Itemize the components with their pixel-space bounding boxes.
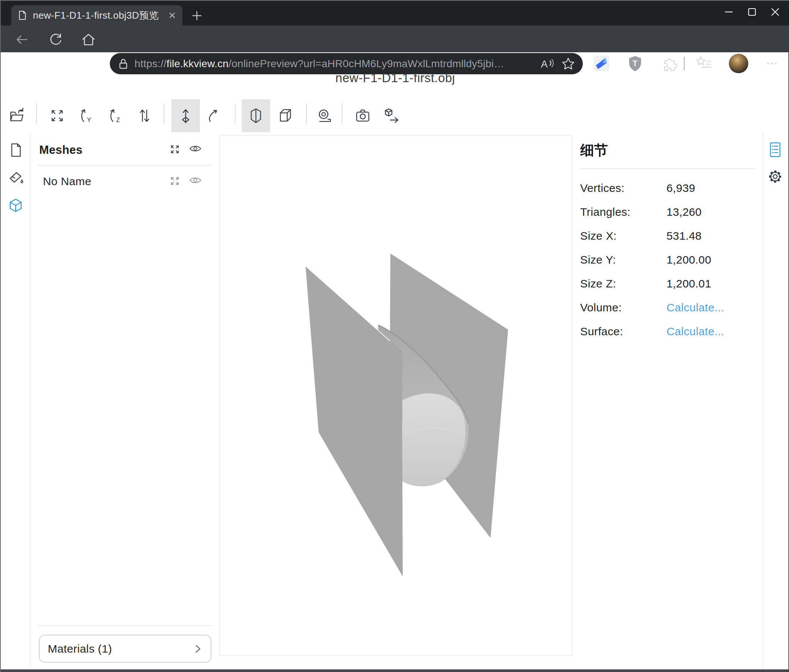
file-panel-icon[interactable] bbox=[7, 142, 24, 158]
svg-text:T: T bbox=[632, 59, 638, 68]
details-list-icon[interactable] bbox=[767, 141, 783, 158]
lock-icon[interactable] bbox=[117, 57, 129, 70]
shaded-view-button[interactable] bbox=[242, 99, 270, 132]
toolbar-divider bbox=[306, 104, 307, 124]
chevron-right-icon bbox=[193, 644, 203, 654]
detail-label: Size X: bbox=[580, 229, 617, 242]
meshes-fit-all-icon[interactable] bbox=[168, 143, 182, 156]
3d-model-render bbox=[220, 135, 572, 656]
detail-row-size-z: Size Z: 1,200.01 bbox=[580, 277, 756, 294]
minimize-button[interactable] bbox=[717, 1, 740, 23]
toolbar-divider bbox=[164, 104, 165, 124]
meshes-visibility-eye-icon[interactable] bbox=[188, 142, 202, 155]
detail-label: Vertices: bbox=[580, 182, 624, 194]
calculate-surface-link[interactable]: Calculate... bbox=[666, 325, 724, 338]
meshes-panel-icon[interactable] bbox=[7, 197, 24, 213]
read-aloud-icon[interactable]: A bbox=[539, 56, 554, 71]
tab-close-icon[interactable] bbox=[168, 11, 176, 19]
materials-button[interactable]: Materials (1) bbox=[39, 635, 211, 662]
navigation-bar: https://file.kkview.cn/onlinePreview?url… bbox=[1, 25, 789, 52]
svg-text:Y: Y bbox=[87, 116, 91, 123]
open-file-button[interactable] bbox=[5, 99, 30, 132]
rotate-z-button[interactable]: Z bbox=[104, 99, 128, 132]
screenshot-camera-button[interactable] bbox=[350, 99, 375, 132]
detail-label: Triangles: bbox=[580, 206, 631, 218]
home-icon[interactable] bbox=[80, 31, 97, 48]
toolbar-divider bbox=[342, 104, 342, 124]
measure-button[interactable] bbox=[313, 99, 338, 132]
toolbar-separator bbox=[684, 57, 684, 70]
maximize-button[interactable] bbox=[740, 1, 763, 23]
detail-value: 13,260 bbox=[666, 206, 701, 218]
url-text: https://file.kkview.cn/onlinePreview?url… bbox=[134, 58, 532, 70]
right-icon-strip bbox=[762, 132, 789, 672]
url-domain: file.kkview.cn bbox=[167, 58, 228, 69]
page-title: new-F1-D1-1-first.obj bbox=[1, 71, 789, 85]
refresh-icon[interactable] bbox=[48, 31, 64, 48]
detail-label: Surface: bbox=[580, 325, 623, 338]
toolbar-divider bbox=[36, 104, 37, 124]
meshes-header: Meshes bbox=[39, 143, 83, 157]
tab-favicon-document-icon bbox=[17, 10, 28, 21]
model-left-plane bbox=[306, 267, 403, 576]
extension-kite-icon[interactable] bbox=[593, 54, 610, 72]
detail-row-vertices: Vertices: 6,939 bbox=[580, 182, 756, 198]
back-icon[interactable] bbox=[14, 31, 30, 48]
materials-panel-icon[interactable] bbox=[7, 169, 24, 186]
mesh-visibility-eye-icon[interactable] bbox=[188, 174, 202, 187]
detail-row-triangles: Triangles: 13,260 bbox=[580, 206, 756, 222]
panel-divider bbox=[38, 165, 212, 166]
window-bottom-edge bbox=[1, 669, 789, 672]
svg-text:Z: Z bbox=[116, 116, 120, 123]
url-path: /onlinePreview?url=aHR0cHM6Ly9maWxlLmtrd… bbox=[228, 58, 504, 69]
browser-tab[interactable]: new-F1-D1-1-first.obj3D预览 bbox=[11, 5, 182, 25]
extension-shield-icon[interactable]: T bbox=[626, 54, 644, 72]
export-model-button[interactable] bbox=[380, 99, 404, 132]
detail-label: Volume: bbox=[580, 301, 621, 314]
detail-row-size-y: Size Y: 1,200.00 bbox=[580, 253, 756, 270]
details-panel: 细节 Vertices: 6,939 Triangles: 13,260 Siz… bbox=[572, 132, 762, 672]
tab-title: new-F1-D1-1-first.obj3D预览 bbox=[33, 9, 168, 22]
settings-gear-icon[interactable] bbox=[767, 168, 783, 185]
fit-view-button[interactable] bbox=[45, 99, 69, 132]
materials-label: Materials (1) bbox=[48, 642, 193, 655]
detail-row-surface: Surface: Calculate... bbox=[580, 325, 756, 342]
orbit-button[interactable] bbox=[203, 99, 227, 132]
profile-avatar[interactable] bbox=[729, 54, 748, 73]
svg-text:A: A bbox=[541, 59, 548, 70]
close-window-button[interactable] bbox=[763, 1, 787, 23]
favorite-star-icon[interactable] bbox=[561, 57, 575, 71]
up-axis-button[interactable] bbox=[171, 99, 200, 132]
new-tab-button[interactable] bbox=[189, 8, 204, 23]
detail-value: 1,200.00 bbox=[666, 253, 711, 266]
rotate-y-button[interactable]: Y bbox=[74, 99, 99, 132]
detail-row-size-x: Size X: 531.48 bbox=[580, 229, 756, 246]
calculate-volume-link[interactable]: Calculate... bbox=[666, 301, 724, 314]
window-controls bbox=[717, 1, 787, 23]
detail-row-volume: Volume: Calculate... bbox=[580, 301, 756, 318]
favorites-list-icon[interactable] bbox=[695, 54, 713, 72]
titlebar: new-F1-D1-1-first.obj3D预览 bbox=[1, 1, 789, 25]
browser-window: new-F1-D1-1-first.obj3D预览 bbox=[0, 0, 789, 672]
left-icon-strip bbox=[1, 132, 30, 672]
detail-value: 531.48 bbox=[666, 229, 701, 242]
detail-label: Size Z: bbox=[580, 277, 616, 290]
flip-vertical-button[interactable] bbox=[132, 99, 157, 132]
details-header: 细节 bbox=[580, 141, 608, 160]
panel-divider bbox=[580, 168, 755, 169]
meshes-panel: Meshes No Name bbox=[30, 132, 219, 672]
url-prefix: https:// bbox=[134, 58, 167, 69]
detail-label: Size Y: bbox=[580, 253, 616, 266]
detail-value: 1,200.01 bbox=[666, 277, 711, 290]
extensions-puzzle-icon[interactable] bbox=[661, 54, 679, 72]
toolbar-divider bbox=[235, 104, 235, 124]
mesh-fit-icon[interactable] bbox=[168, 174, 182, 188]
detail-value: 6,939 bbox=[666, 182, 695, 194]
3d-viewport[interactable] bbox=[219, 135, 572, 656]
panel-divider bbox=[38, 625, 212, 626]
browser-menu-dots-icon[interactable] bbox=[763, 54, 781, 72]
box-view-button[interactable] bbox=[273, 99, 298, 132]
mesh-name: No Name bbox=[43, 175, 91, 188]
